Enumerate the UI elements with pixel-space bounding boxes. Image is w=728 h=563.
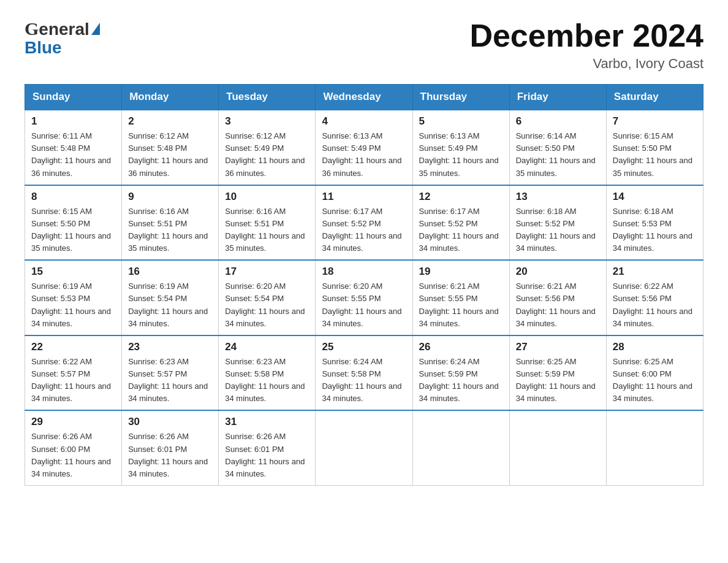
day-number: 14	[613, 191, 697, 203]
calendar-cell: 20 Sunrise: 6:21 AMSunset: 5:56 PMDaylig…	[509, 260, 606, 335]
logo-blue-text: Blue	[25, 38, 62, 58]
day-info: Sunrise: 6:20 AMSunset: 5:55 PMDaylight:…	[322, 282, 401, 327]
day-info: Sunrise: 6:21 AMSunset: 5:56 PMDaylight:…	[516, 282, 596, 327]
calendar-cell: 6 Sunrise: 6:14 AMSunset: 5:50 PMDayligh…	[509, 110, 606, 185]
weekday-header-sunday: Sunday	[25, 85, 122, 110]
location: Varbo, Ivory Coast	[469, 56, 703, 72]
calendar-cell: 8 Sunrise: 6:15 AMSunset: 5:50 PMDayligh…	[25, 185, 122, 261]
day-info: Sunrise: 6:18 AMSunset: 5:53 PMDaylight:…	[613, 207, 692, 253]
day-number: 16	[128, 266, 212, 278]
day-number: 13	[516, 191, 600, 203]
calendar-table: SundayMondayTuesdayWednesdayThursdayFrid…	[25, 84, 703, 486]
day-info: Sunrise: 6:19 AMSunset: 5:54 PMDaylight:…	[128, 282, 208, 327]
day-info: Sunrise: 6:12 AMSunset: 5:48 PMDaylight:…	[128, 131, 208, 177]
day-info: Sunrise: 6:20 AMSunset: 5:54 PMDaylight:…	[225, 282, 305, 327]
logo-eneral: eneral	[39, 20, 89, 39]
logo: G eneral Blue	[25, 18, 100, 58]
calendar-cell: 25 Sunrise: 6:24 AMSunset: 5:58 PMDaylig…	[316, 335, 412, 411]
title-section: December 2024 Varbo, Ivory Coast	[469, 18, 703, 72]
day-info: Sunrise: 6:23 AMSunset: 5:58 PMDaylight:…	[225, 357, 305, 403]
calendar-week-row: 1 Sunrise: 6:11 AMSunset: 5:48 PMDayligh…	[25, 110, 703, 185]
calendar-cell: 22 Sunrise: 6:22 AMSunset: 5:57 PMDaylig…	[25, 335, 122, 411]
calendar-cell: 31 Sunrise: 6:26 AMSunset: 6:01 PMDaylig…	[219, 410, 316, 485]
calendar-week-row: 15 Sunrise: 6:19 AMSunset: 5:53 PMDaylig…	[25, 260, 703, 335]
weekday-header-thursday: Thursday	[412, 85, 509, 110]
day-number: 19	[419, 266, 503, 278]
day-info: Sunrise: 6:21 AMSunset: 5:55 PMDaylight:…	[419, 282, 499, 327]
day-info: Sunrise: 6:24 AMSunset: 5:59 PMDaylight:…	[419, 357, 499, 403]
calendar-week-row: 8 Sunrise: 6:15 AMSunset: 5:50 PMDayligh…	[25, 185, 703, 261]
weekday-header-saturday: Saturday	[606, 85, 703, 110]
calendar-cell: 27 Sunrise: 6:25 AMSunset: 5:59 PMDaylig…	[509, 335, 606, 411]
day-number: 18	[322, 266, 406, 278]
calendar-cell: 3 Sunrise: 6:12 AMSunset: 5:49 PMDayligh…	[219, 110, 316, 185]
day-number: 28	[613, 341, 697, 353]
calendar-cell	[316, 410, 412, 485]
day-number: 22	[31, 341, 115, 353]
day-number: 1	[31, 115, 115, 128]
weekday-header-wednesday: Wednesday	[316, 85, 412, 110]
calendar-cell: 1 Sunrise: 6:11 AMSunset: 5:48 PMDayligh…	[25, 110, 122, 185]
day-number: 7	[613, 115, 697, 128]
calendar-cell	[606, 410, 703, 485]
day-number: 8	[31, 191, 115, 203]
calendar-cell: 21 Sunrise: 6:22 AMSunset: 5:56 PMDaylig…	[606, 260, 703, 335]
day-number: 11	[322, 191, 406, 203]
calendar-week-row: 29 Sunrise: 6:26 AMSunset: 6:00 PMDaylig…	[25, 410, 703, 485]
day-number: 26	[419, 341, 503, 353]
logo-triangle-icon	[91, 23, 100, 35]
day-info: Sunrise: 6:25 AMSunset: 5:59 PMDaylight:…	[516, 357, 596, 403]
day-info: Sunrise: 6:19 AMSunset: 5:53 PMDaylight:…	[31, 282, 111, 327]
day-number: 6	[516, 115, 600, 128]
day-info: Sunrise: 6:11 AMSunset: 5:48 PMDaylight:…	[31, 131, 111, 177]
calendar-cell: 9 Sunrise: 6:16 AMSunset: 5:51 PMDayligh…	[122, 185, 219, 261]
day-number: 25	[322, 341, 406, 353]
day-number: 10	[225, 191, 309, 203]
day-info: Sunrise: 6:17 AMSunset: 5:52 PMDaylight:…	[419, 207, 499, 253]
calendar-cell	[412, 410, 509, 485]
day-info: Sunrise: 6:25 AMSunset: 6:00 PMDaylight:…	[613, 357, 692, 403]
day-info: Sunrise: 6:16 AMSunset: 5:51 PMDaylight:…	[225, 207, 305, 253]
day-number: 4	[322, 115, 406, 128]
day-number: 21	[613, 266, 697, 278]
day-number: 2	[128, 115, 212, 128]
day-number: 3	[225, 115, 309, 128]
day-info: Sunrise: 6:22 AMSunset: 5:56 PMDaylight:…	[613, 282, 692, 327]
calendar-cell: 15 Sunrise: 6:19 AMSunset: 5:53 PMDaylig…	[25, 260, 122, 335]
calendar-cell: 7 Sunrise: 6:15 AMSunset: 5:50 PMDayligh…	[606, 110, 703, 185]
month-title: December 2024	[469, 18, 703, 53]
calendar-cell: 2 Sunrise: 6:12 AMSunset: 5:48 PMDayligh…	[122, 110, 219, 185]
day-info: Sunrise: 6:24 AMSunset: 5:58 PMDaylight:…	[322, 357, 401, 403]
day-number: 27	[516, 341, 600, 353]
calendar-cell: 14 Sunrise: 6:18 AMSunset: 5:53 PMDaylig…	[606, 185, 703, 261]
weekday-header-friday: Friday	[509, 85, 606, 110]
day-info: Sunrise: 6:14 AMSunset: 5:50 PMDaylight:…	[516, 131, 596, 177]
weekday-header-row: SundayMondayTuesdayWednesdayThursdayFrid…	[25, 85, 703, 110]
day-number: 29	[31, 416, 115, 428]
day-info: Sunrise: 6:13 AMSunset: 5:49 PMDaylight:…	[419, 131, 499, 177]
calendar-cell: 12 Sunrise: 6:17 AMSunset: 5:52 PMDaylig…	[412, 185, 509, 261]
calendar-cell: 29 Sunrise: 6:26 AMSunset: 6:00 PMDaylig…	[25, 410, 122, 485]
day-info: Sunrise: 6:23 AMSunset: 5:57 PMDaylight:…	[128, 357, 208, 403]
day-number: 12	[419, 191, 503, 203]
day-number: 9	[128, 191, 212, 203]
calendar-cell: 5 Sunrise: 6:13 AMSunset: 5:49 PMDayligh…	[412, 110, 509, 185]
day-info: Sunrise: 6:17 AMSunset: 5:52 PMDaylight:…	[322, 207, 401, 253]
page-header: G eneral Blue December 2024 Varbo, Ivory…	[25, 18, 703, 72]
weekday-header-tuesday: Tuesday	[219, 85, 316, 110]
day-number: 30	[128, 416, 212, 428]
day-info: Sunrise: 6:15 AMSunset: 5:50 PMDaylight:…	[31, 207, 111, 253]
calendar-cell: 4 Sunrise: 6:13 AMSunset: 5:49 PMDayligh…	[316, 110, 412, 185]
calendar-cell: 17 Sunrise: 6:20 AMSunset: 5:54 PMDaylig…	[219, 260, 316, 335]
calendar-cell: 19 Sunrise: 6:21 AMSunset: 5:55 PMDaylig…	[412, 260, 509, 335]
calendar-cell: 10 Sunrise: 6:16 AMSunset: 5:51 PMDaylig…	[219, 185, 316, 261]
day-info: Sunrise: 6:13 AMSunset: 5:49 PMDaylight:…	[322, 131, 401, 177]
calendar-cell: 23 Sunrise: 6:23 AMSunset: 5:57 PMDaylig…	[122, 335, 219, 411]
calendar-cell: 28 Sunrise: 6:25 AMSunset: 6:00 PMDaylig…	[606, 335, 703, 411]
day-number: 17	[225, 266, 309, 278]
calendar-cell: 18 Sunrise: 6:20 AMSunset: 5:55 PMDaylig…	[316, 260, 412, 335]
calendar-cell: 16 Sunrise: 6:19 AMSunset: 5:54 PMDaylig…	[122, 260, 219, 335]
day-number: 31	[225, 416, 309, 428]
day-info: Sunrise: 6:26 AMSunset: 6:01 PMDaylight:…	[225, 432, 305, 478]
day-number: 15	[31, 266, 115, 278]
